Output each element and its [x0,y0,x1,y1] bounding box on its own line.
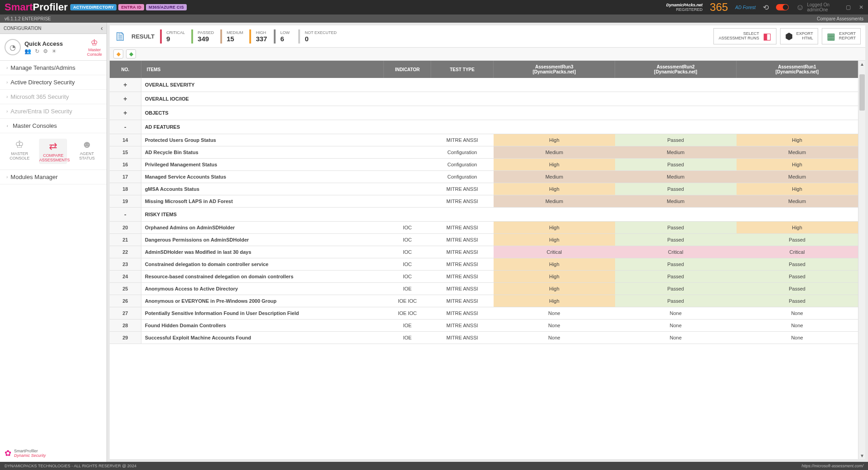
agent-icon: ☻ [73,139,101,150]
table-row[interactable]: 18gMSA Accounts StatusMITRE ANSSIHighPas… [110,183,858,195]
master-console-shortcut[interactable]: ♔ Master Console [87,38,102,57]
nav-item[interactable]: ›Azure/Entra ID Security [0,104,107,119]
quick-access-label: Quick Access [24,40,63,47]
light-icon[interactable]: ☀ [52,48,57,54]
section-row[interactable]: +OVERALL SEVERITY [110,78,858,92]
vertical-scrollbar[interactable]: ▲ ▼ [858,61,865,459]
crown-icon: ♔ [5,139,34,150]
refresh-small-icon[interactable]: ↻ [35,48,39,54]
version-label: v6.1.1.2 ENTERPRISE [5,16,51,21]
section-row[interactable]: -AD FEATURES [110,120,858,134]
col-run1[interactable]: AssessmentRun1 [DynamicPacks.net] [737,61,858,78]
close-icon[interactable]: ✕ [859,4,863,10]
theme-toggle[interactable] [776,4,789,10]
result-label: RESULT [131,33,155,40]
table-row[interactable]: 24Resource-based constrained delegation … [110,271,858,283]
stat-high: HIGH337 [249,29,272,44]
badge-entra: ENTRA ID [118,4,144,10]
export-html-button[interactable]: ⬢EXPORT HTML [780,28,818,44]
table-row[interactable]: 28Found Hidden Domain ControllersIOEMITR… [110,320,858,332]
copyright-label: DYNAMICPACKS TECHNOLOGIES - ALL RIGHTS R… [5,464,136,468]
col-items[interactable]: ITEMS [141,61,384,78]
html-icon: ⬢ [785,31,793,41]
brain-icon: ✿ [5,448,11,458]
table-row[interactable]: 14Protected Users Group StatusMITRE ANSS… [110,134,858,146]
table-row[interactable]: 17Managed Service Accounts StatusConfigu… [110,171,858,183]
table-row[interactable]: 15AD Recycle Bin StatusConfigurationMedi… [110,146,858,159]
chevron-right-icon: › [6,94,8,99]
badge-activedirectory: ACTIVEDIRECTORY [70,4,116,10]
table-row[interactable]: 23Constrained delegation to domain contr… [110,258,858,271]
table-row[interactable]: 22AdminSDHolder was Modified in last 30 … [110,246,858,258]
col-no[interactable]: NO. [110,61,141,78]
days-counter: 365 [710,1,728,14]
chevron-right-icon: › [6,174,8,179]
nav-item[interactable]: ›Manage Tenants/Admins [0,61,107,75]
chevron-left-icon: ‹ [101,24,103,32]
nav-modules-manager[interactable]: › Modules Manager [0,170,107,184]
table-row[interactable]: 27Potentially Sensitive Information Foun… [110,307,858,320]
forest-label: AD Forest [735,5,756,10]
crown-icon: ♔ [87,38,102,48]
stat-passed: PASSED349 [191,29,218,44]
user-icon: ☺ [796,3,804,12]
badge-m365: M365/AZURE CIS [146,4,187,10]
col-run3[interactable]: AssessmentRun3 [DynamicPacks.net] [494,61,615,78]
stat-notexecuted: NOT EXECUTED0 [298,29,341,44]
refresh-icon[interactable]: ⟲ [763,3,769,12]
table-row[interactable]: 20Orphaned Admins on AdminSDHolderIOCMIT… [110,222,858,234]
footer-brand: SmartProfiler Dynamic Security [14,449,46,458]
excel-icon: ▦ [827,31,835,41]
expand-orange-button[interactable]: ◆ [113,49,123,58]
app-brand: SmartProfiler [5,1,68,13]
results-table: NO. ITEMS INDICATOR TEST TYPE Assessment… [110,61,858,344]
select-runs-button[interactable]: SELECT ASSESSMENT RUNS◧ [713,28,776,44]
col-testtype[interactable]: TEST TYPE [431,61,494,78]
col-run2[interactable]: AssessmentRun2 [DynamicPacks.net] [615,61,737,78]
nav-item[interactable]: ›Active Directory Security [0,75,107,90]
stat-medium: MEDIUM15 [220,29,248,44]
chevron-right-icon: › [6,80,8,85]
table-row[interactable]: 25Anonymous Access to Active DirectoryIO… [110,283,858,295]
nav-master-consoles[interactable]: ⌄ Master Consoles [0,119,107,133]
url-label: https://microsoft-assessment.com/ [801,464,863,468]
section-row[interactable]: +OVERALL IOC/IOE [110,92,858,106]
select-icon: ◧ [763,31,771,41]
nav-item[interactable]: ›Microsoft 365 Security [0,90,107,104]
export-report-button[interactable]: ▦EXPORT REPORT [822,28,861,44]
org-info: DynamicPAcks.net REGISTERED [666,3,703,12]
expand-green-button[interactable]: ◆ [126,49,136,58]
table-row[interactable]: 21Dangerous Permissions on AdminSDHolder… [110,234,858,246]
result-icon: 🗎 [114,29,127,44]
scroll-down-icon[interactable]: ▼ [860,453,864,458]
table-row[interactable]: 16Privileged Management StatusConfigurat… [110,159,858,171]
page-title: Compare Assessments [817,16,863,21]
stat-low: LOW6 [274,29,296,44]
scroll-up-icon[interactable]: ▲ [860,62,864,67]
scroll-thumb[interactable] [859,74,865,111]
stat-critical: CRITICAL9 [160,29,189,44]
console-master[interactable]: ♔MASTER CONSOLE [5,139,34,164]
config-header[interactable]: CONFIGURATION ‹ [0,23,107,34]
chevron-right-icon: › [6,109,8,114]
chevron-right-icon: › [6,65,8,70]
table-row[interactable]: 26Anonymous or EVERYONE in Pre-Windows 2… [110,295,858,307]
col-indicator[interactable]: INDICATOR [384,61,431,78]
table-row[interactable]: 19Missing Microsoft LAPS in AD ForestMIT… [110,195,858,208]
restore-icon[interactable]: ▢ [846,4,851,10]
compare-icon: ⇄ [39,141,67,152]
user-box[interactable]: ☺ Logged OnadminOne [796,2,829,12]
console-compare[interactable]: ⇄COMPARE ASSESSMENTS [39,139,67,164]
section-row[interactable]: -RISKY ITEMS [110,208,858,222]
section-row[interactable]: +OBJECTS [110,106,858,120]
sliders-icon[interactable]: ⚙ [43,48,48,54]
users-icon[interactable]: 👥 [24,48,31,54]
chevron-down-icon: ⌄ [6,124,11,128]
table-row[interactable]: 29Successful Exploit Machine Accounts Fo… [110,332,858,344]
console-agent[interactable]: ☻AGENT STATUS [73,139,101,164]
gauge-icon: ◔ [5,39,21,55]
